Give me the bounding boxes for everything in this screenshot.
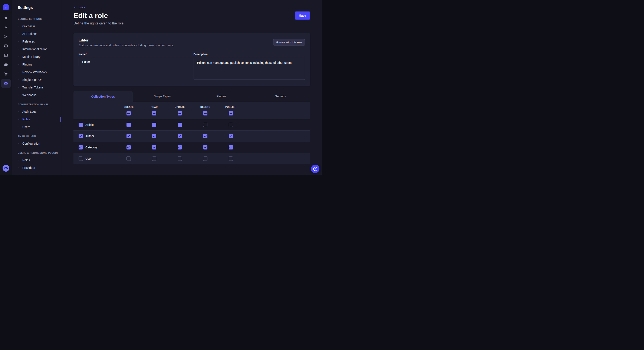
bullet-icon <box>18 119 20 120</box>
tab-collection-types[interactable]: Collection Types <box>74 91 133 102</box>
paper-plane-icon[interactable] <box>1 32 11 41</box>
subnav-item-webhooks[interactable]: Webhooks <box>12 91 61 99</box>
row-checkbox-user[interactable] <box>78 157 83 161</box>
subnav-item-review-workflows[interactable]: Review Workflows <box>12 68 61 76</box>
subnav-section: GLOBAL SETTINGSOverviewAPI TokensRelease… <box>12 18 61 99</box>
bullet-icon <box>18 167 20 168</box>
bullet-icon <box>18 111 20 112</box>
gear-icon[interactable] <box>1 79 11 88</box>
back-arrow-icon: ← <box>74 5 77 9</box>
name-input[interactable] <box>78 58 190 66</box>
checkbox-article-update[interactable] <box>178 123 182 127</box>
subnav-item-api-tokens[interactable]: API Tokens <box>12 30 61 38</box>
checkbox-article-delete[interactable] <box>203 123 208 127</box>
select-all-update-checkbox[interactable] <box>178 111 182 116</box>
strapi-logo[interactable] <box>3 4 9 10</box>
subnav-item-internationalization[interactable]: Internationalization <box>12 45 61 53</box>
checkbox-article-create[interactable] <box>126 123 131 127</box>
content-type-label: User <box>86 157 92 160</box>
subnav-item-roles[interactable]: Roles <box>12 116 61 123</box>
back-link[interactable]: ← Back <box>74 5 85 9</box>
tab-single-types[interactable]: Single Types <box>133 91 192 102</box>
checkbox-category-update[interactable] <box>178 145 182 150</box>
perm-cell <box>142 123 167 127</box>
user-avatar[interactable]: KD <box>2 165 9 172</box>
subnav-item-label: Transfer Tokens <box>22 86 44 89</box>
subnav-item-overview[interactable]: Overview <box>12 22 61 30</box>
subnav-sections: GLOBAL SETTINGSOverviewAPI TokensRelease… <box>12 18 61 172</box>
description-field-label: Description <box>194 53 208 56</box>
role-details-card: Editor Editors can manage and publish co… <box>74 33 310 86</box>
subnav-item-audit-logs[interactable]: Audit Logs <box>12 108 61 116</box>
name-field-label: Name* <box>78 53 86 56</box>
app-window: KD Settings GLOBAL SETTINGSOverviewAPI T… <box>0 0 322 175</box>
role-name-heading: Editor <box>78 38 305 42</box>
subnav-item-users[interactable]: Users <box>12 123 61 131</box>
tab-plugins[interactable]: Plugins <box>192 91 251 102</box>
row-label-cell: User <box>74 157 116 161</box>
name-field-group: Name* <box>78 52 190 81</box>
checkbox-category-delete[interactable] <box>203 145 208 150</box>
checkbox-user-create[interactable] <box>126 157 131 161</box>
subnav-item-transfer-tokens[interactable]: Transfer Tokens <box>12 84 61 91</box>
bullet-icon <box>18 127 20 127</box>
role-fields: Name* Description Editors can manage and… <box>78 52 305 81</box>
subnav-item-media-library[interactable]: Media Library <box>12 53 61 61</box>
bullet-icon <box>18 160 20 161</box>
checkbox-user-publish[interactable] <box>229 157 233 161</box>
checkbox-user-update[interactable] <box>178 157 182 161</box>
description-textarea[interactable]: Editors can manage and publish contents … <box>194 58 305 80</box>
subnav-item-plugins[interactable]: Plugins <box>12 61 61 68</box>
checkbox-author-create[interactable] <box>126 134 131 138</box>
select-all-create-checkbox[interactable] <box>126 111 131 116</box>
pictures-icon[interactable] <box>1 41 11 51</box>
subnav-item-configuration[interactable]: Configuration <box>12 140 61 147</box>
column-labels-row: CREATEREADUPDATEDELETEPUBLISH <box>74 106 310 108</box>
checkbox-user-read[interactable] <box>152 157 156 161</box>
checkbox-article-read[interactable] <box>152 123 156 127</box>
home-icon[interactable] <box>1 13 11 22</box>
subnav-item-label: Overview <box>22 24 35 28</box>
perm-cell <box>142 134 167 138</box>
tab-settings[interactable]: Settings <box>251 91 310 102</box>
perm-cell <box>192 157 218 161</box>
main-content: ← Back Edit a role Define the rights giv… <box>62 0 322 175</box>
users-with-role-button[interactable]: 0 users with this role <box>273 39 305 45</box>
checkbox-article-publish[interactable] <box>229 123 233 127</box>
checkbox-user-delete[interactable] <box>203 157 208 161</box>
checkbox-category-publish[interactable] <box>229 145 233 150</box>
cart-icon[interactable] <box>1 69 11 79</box>
checkbox-author-delete[interactable] <box>203 134 208 138</box>
navbar-divider <box>0 162 12 162</box>
column-checkboxes-row <box>74 111 310 119</box>
cloud-icon[interactable] <box>1 60 11 69</box>
layout-icon[interactable] <box>1 51 11 60</box>
row-checkbox-article[interactable] <box>78 123 83 127</box>
perm-cell <box>167 145 192 150</box>
save-button[interactable]: Save <box>295 11 310 19</box>
row-checkbox-author[interactable] <box>78 134 83 138</box>
checkbox-author-publish[interactable] <box>229 134 233 138</box>
select-all-delete-checkbox[interactable] <box>203 111 208 116</box>
subnav-item-roles[interactable]: Roles <box>12 156 61 164</box>
select-all-read-checkbox[interactable] <box>152 111 156 116</box>
subnav-item-label: Plugins <box>22 63 32 66</box>
perm-cell <box>167 123 192 127</box>
subnav-item-providers[interactable]: Providers <box>12 164 61 172</box>
select-all-publish-checkbox[interactable] <box>229 111 233 116</box>
subnav-item-releases[interactable]: Releases <box>12 38 61 45</box>
bullet-icon <box>18 79 20 80</box>
checkbox-author-update[interactable] <box>178 134 182 138</box>
perm-cell <box>218 145 244 150</box>
subnav-item-single-sign-on[interactable]: Single Sign-On <box>12 76 61 84</box>
feather-icon[interactable] <box>1 22 11 32</box>
navbar-icon-list <box>1 13 11 88</box>
perm-cell <box>167 134 192 138</box>
checkbox-category-create[interactable] <box>126 145 131 150</box>
subnav-section: USERS & PERMISSIONS PLUGINRolesProviders <box>12 152 61 172</box>
checkbox-author-read[interactable] <box>152 134 156 138</box>
row-checkbox-category[interactable] <box>78 145 83 150</box>
help-button[interactable]: ? <box>311 165 320 173</box>
checkbox-category-read[interactable] <box>152 145 156 150</box>
perm-cell <box>192 111 218 116</box>
